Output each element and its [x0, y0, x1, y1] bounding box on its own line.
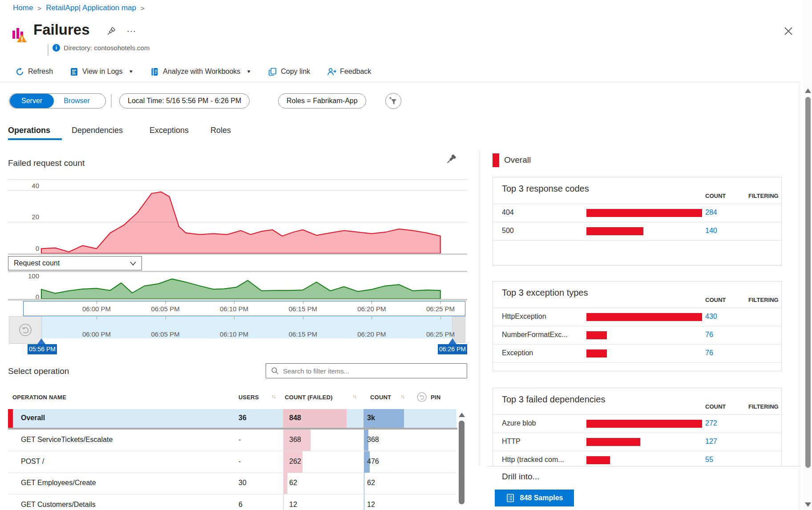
- view-in-logs-button[interactable]: View in Logs ▼: [70, 68, 133, 76]
- feedback-label: Feedback: [340, 68, 371, 76]
- sort-icon[interactable]: ↑↓: [352, 394, 356, 400]
- toggle-server[interactable]: Server: [10, 94, 54, 108]
- x-tick-label: 06:10 PM: [214, 305, 254, 313]
- count-link[interactable]: 140: [705, 227, 717, 235]
- sort-icon[interactable]: ↑↓: [271, 394, 275, 400]
- count-column-header: COUNT: [705, 193, 726, 199]
- x-tick-mark: [234, 317, 234, 319]
- count-link[interactable]: 76: [705, 349, 713, 357]
- table-row[interactable]: POST /-262476: [8, 451, 456, 473]
- failed-chart-title: Failed request count: [8, 158, 85, 168]
- tab-exceptions[interactable]: Exceptions: [149, 126, 189, 135]
- refresh-button[interactable]: Refresh: [16, 68, 53, 76]
- x-tick-mark: [372, 317, 372, 319]
- breadcrumb-app[interactable]: RetailApp| Application map: [46, 4, 136, 12]
- col-operation-name[interactable]: OPERATION NAME: [12, 394, 66, 401]
- time-range-filter[interactable]: Local Time: 5/16 5:56 PM - 6:26 PM: [119, 93, 250, 108]
- breadcrumb-home[interactable]: Home: [13, 4, 33, 12]
- samples-button[interactable]: 848 Samples: [495, 490, 574, 506]
- card-row-label: HttpException: [502, 313, 546, 321]
- card-row: Exception76: [493, 344, 781, 363]
- x-tick-label: 06:00 PM: [77, 330, 117, 338]
- analyze-with-workbooks-button[interactable]: Analyze with Workbooks ▼: [150, 68, 251, 76]
- count-link[interactable]: 272: [705, 419, 717, 427]
- search-input[interactable]: [266, 363, 467, 378]
- cell-users: -: [238, 458, 241, 466]
- count-link[interactable]: 430: [705, 313, 717, 321]
- x-tick-mark: [440, 317, 441, 319]
- roles-filter[interactable]: Roles = Fabrikam-App: [278, 93, 366, 108]
- brush-reset-button[interactable]: [9, 316, 42, 344]
- tab-dependencies[interactable]: Dependencies: [72, 126, 123, 135]
- scroll-up-icon[interactable]: [459, 413, 465, 417]
- count-column-header: COUNT: [705, 403, 726, 410]
- copy-link-button[interactable]: Copy link: [268, 68, 310, 76]
- count-link[interactable]: 127: [705, 438, 717, 446]
- undo-icon: [18, 322, 33, 337]
- col-count[interactable]: COUNT: [370, 394, 391, 401]
- count-link[interactable]: 284: [705, 209, 717, 217]
- page-scrollbar[interactable]: [804, 0, 812, 510]
- x-tick-mark: [166, 317, 166, 319]
- add-filter-button[interactable]: [385, 93, 401, 109]
- pin-reset-icon[interactable]: [416, 392, 427, 402]
- refresh-icon: [16, 68, 24, 76]
- table-row[interactable]: GET ServiceTickets/Escalate-368368: [8, 430, 456, 451]
- count-bar: [586, 420, 702, 428]
- cell-count: 3k: [367, 414, 375, 422]
- failures-icon: [12, 26, 27, 43]
- brush-start-label: 05:56 PM: [28, 344, 57, 354]
- count-bar: [586, 209, 702, 217]
- card-title: Top 3 response codes: [502, 184, 589, 194]
- roles-filter-label: Roles = Fabrikam-App: [279, 97, 366, 105]
- col-pin[interactable]: PIN: [431, 394, 440, 401]
- card-row: 404284: [493, 204, 781, 222]
- scroll-down-icon[interactable]: [805, 502, 811, 507]
- brush-end-handle[interactable]: [448, 338, 456, 344]
- more-commands-icon[interactable]: …: [126, 23, 137, 35]
- filtering-column-header: FILTERING: [748, 403, 779, 410]
- card-row-label: Exception: [502, 349, 533, 357]
- workbook-icon: [150, 68, 159, 76]
- card-bottom-rule: [493, 362, 781, 363]
- chevron-down-icon: [130, 261, 136, 265]
- analyze-with-workbooks-label: Analyze with Workbooks: [163, 68, 240, 76]
- cell-count-failed: 262: [289, 458, 301, 466]
- table-row[interactable]: GET Customers/Details61212: [8, 494, 456, 510]
- count-link[interactable]: 55: [705, 456, 713, 464]
- pin-blade-icon[interactable]: [106, 27, 116, 36]
- page-scrollbar-thumb[interactable]: [805, 97, 811, 468]
- samples-button-label: 848 Samples: [520, 494, 563, 502]
- tab-operations[interactable]: Operations: [8, 126, 50, 135]
- metric-dropdown[interactable]: Request count: [8, 256, 142, 270]
- cell-count-failed: 368: [289, 436, 301, 444]
- breadcrumb: Home > RetailApp| Application map >: [13, 4, 149, 12]
- card-row-label: HTTP: [502, 438, 521, 446]
- directory-label: Directory: contosohotels.com: [64, 44, 149, 52]
- request-count-area-chart: [36, 273, 472, 299]
- failed-request-area-chart: [36, 178, 472, 254]
- sort-icon[interactable]: ↑↓: [400, 394, 404, 400]
- table-scrollbar[interactable]: [457, 409, 466, 510]
- col-users[interactable]: USERS: [238, 394, 259, 401]
- table-row[interactable]: GET Employees/Create306262: [8, 473, 456, 494]
- table-row[interactable]: Overall368483k: [8, 409, 456, 428]
- count-bar: [586, 227, 643, 235]
- feedback-button[interactable]: Feedback: [327, 68, 371, 76]
- table-scrollbar-thumb[interactable]: [459, 421, 465, 504]
- brush-start-handle[interactable]: [37, 338, 45, 344]
- chart-baseline: [8, 299, 467, 301]
- overall-accent-bar: [493, 153, 499, 167]
- close-icon[interactable]: [782, 25, 795, 37]
- scroll-up-icon[interactable]: [805, 88, 811, 93]
- y-tick-label: 20: [8, 213, 39, 221]
- tab-roles[interactable]: Roles: [210, 126, 231, 135]
- refresh-label: Refresh: [28, 68, 53, 76]
- x-tick-mark: [234, 301, 234, 304]
- toggle-browser[interactable]: Browser: [54, 97, 100, 105]
- count-link[interactable]: 76: [705, 331, 713, 339]
- pin-chart-icon[interactable]: [445, 153, 457, 165]
- x-tick-label: 06:20 PM: [351, 330, 392, 338]
- col-count-failed[interactable]: COUNT (FAILED): [285, 394, 333, 401]
- info-icon: i: [53, 44, 60, 52]
